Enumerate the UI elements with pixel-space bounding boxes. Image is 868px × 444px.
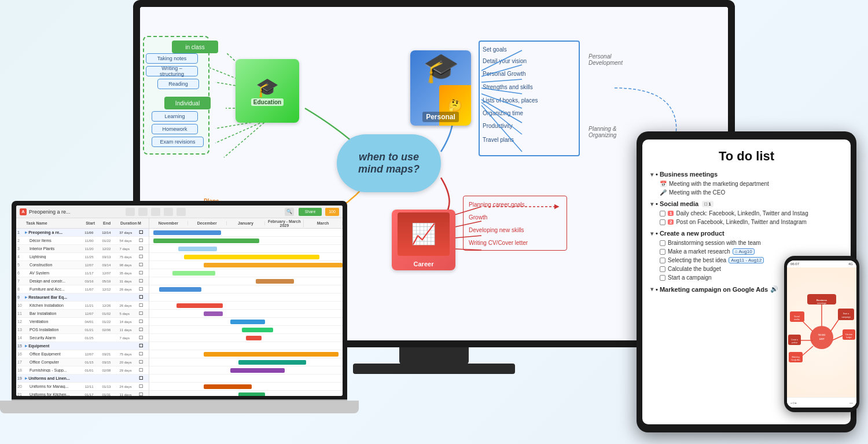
todo-post-text: Post on Facebook, LinkedIn, Twitter and …: [676, 219, 807, 225]
phone-toolbar: − ○ + ⋯: [787, 397, 856, 408]
todo-section-social: ▾ • Social media □ 1 1 Daily check: Face…: [650, 200, 843, 226]
gantt-app: A Preopening a re... 🔍 Share 100: [16, 206, 343, 396]
num-badge-2: 2: [668, 219, 674, 225]
checkbox-campaign[interactable]: [660, 275, 665, 281]
phone-zoom-in[interactable]: +: [795, 401, 797, 405]
bar-row-12: [149, 318, 343, 326]
gantt-row-13: 13 POS Installation 01/2102/06 11 days☐: [16, 326, 149, 334]
todo-item-research: Make a market research ⌂ Aug10: [650, 247, 843, 256]
bar-row-17: [149, 358, 343, 366]
personal-items-box: [479, 41, 580, 156]
social-badge: □ 1: [702, 201, 713, 207]
todo-section-business-label: • Business meetings: [656, 171, 718, 178]
gantt-search-icon[interactable]: 🔍: [285, 208, 294, 216]
mindmap-inclass-box: in class: [172, 41, 218, 53]
phone-content: TO DO LIST Business m: [787, 267, 856, 408]
mindmap-writing-box: Writing – structuring: [146, 66, 198, 76]
gantt-btn-3[interactable]: [151, 208, 160, 216]
todo-arrow-1: ▾: [650, 171, 653, 178]
laptop-screen: A Preopening a re... 🔍 Share 100: [16, 206, 343, 396]
todo-budget-text: Calculate the budget: [668, 266, 721, 272]
todo-meeting2-text: Meeting with the CEO: [669, 189, 725, 196]
todo-arrow-2: ▾: [650, 201, 653, 207]
gantt-header: Task Name Start End Duration M: [16, 218, 149, 229]
gantt-right-panel: November December January February - Mar…: [149, 218, 343, 396]
checkbox-budget[interactable]: [660, 266, 665, 272]
gantt-row-8: 8 Furniture and Acc... 11/0712/12 26 day…: [16, 285, 149, 293]
laptop-base: [0, 401, 359, 413]
gantt-row-16: 16 Office Equipment 12/0703/21 75 days☐: [16, 350, 149, 358]
todo-section-google-label: • Marketing campaign on Google Ads: [656, 286, 768, 293]
svg-text:LIST: LIST: [819, 337, 825, 340]
todo-item-post: 2 Post on Facebook, LinkedIn, Twitter an…: [650, 218, 843, 226]
mindmap-homework-box: Homework: [152, 124, 198, 134]
checkbox-daily[interactable]: [660, 211, 665, 217]
phone-signal: 4G: [848, 262, 853, 266]
gantt-app-icon: A: [20, 208, 27, 215]
todo-meeting1-text: Meeting with the marketing department: [669, 181, 769, 187]
gantt-bars-area: [149, 229, 343, 396]
svg-text:Calculate: Calculate: [845, 333, 853, 336]
svg-text:product: product: [792, 342, 797, 344]
bar-row-1: [149, 229, 343, 237]
checkbox-research[interactable]: [660, 249, 665, 255]
tablet-title: To do list: [650, 149, 843, 164]
gantt-row-6: 6 AV System 11/1712/07 35 days☐: [16, 269, 149, 277]
num-badge-1: 1: [668, 211, 674, 216]
mindmap-individual-box: Individual: [164, 97, 211, 109]
gantt-user-count: 100: [325, 208, 339, 216]
todo-section-business: ▾ • Business meetings 📅 Meeting with the…: [650, 171, 843, 197]
svg-text:Marketing: Marketing: [792, 356, 800, 358]
checkbox-bestidea[interactable]: [660, 258, 665, 263]
svg-line-5: [215, 120, 267, 143]
bar-row-14: [149, 334, 343, 342]
bar-row-9: [149, 293, 343, 302]
phone-mindmap-preview: TO DO LIST Business m: [787, 267, 856, 408]
laptop-screen-frame: A Preopening a re... 🔍 Share 100: [12, 201, 347, 401]
gantt-row-19: 19 ▸Uniforms and Linen... ☐: [16, 375, 149, 383]
phone-more-icon[interactable]: ⋯: [849, 401, 853, 405]
bar-row-20: [149, 383, 343, 391]
gantt-row-18: 18 Furnishings - Supp... 01/0102/08 29 d…: [16, 366, 149, 375]
gantt-row-7: 7 Design and constr... 03/1605/19 31 day…: [16, 277, 149, 285]
mindmap-career-node: 📈 Career: [392, 210, 455, 270]
checkbox-post[interactable]: [660, 219, 665, 225]
mic-icon: 🎤: [660, 189, 667, 196]
todo-section-social-label: • Social media: [656, 200, 698, 207]
svg-text:campaign: campaign: [841, 316, 850, 318]
month-dec: December: [188, 221, 227, 225]
bar-row-21: [149, 391, 343, 396]
todo-bestidea-text: Selecting the best idea: [668, 257, 726, 263]
personal-label: Personal: [422, 112, 459, 122]
svg-text:Social: Social: [794, 315, 800, 318]
mindmap-takingnotes-box: Taking notes: [146, 53, 198, 64]
checkbox-brainstorm[interactable]: [660, 240, 665, 246]
todo-arrow-3: ▾: [650, 230, 653, 237]
phone-screen: 06:07 4G TO DO LIST: [787, 260, 856, 408]
share-button[interactable]: Share: [299, 208, 322, 216]
mindmap-reading-box: Reading: [157, 79, 199, 89]
planning-org-label: Planning &Organizing: [589, 126, 616, 138]
phone-time: 06:07: [790, 262, 799, 266]
bar-row-10: [149, 302, 343, 310]
gantt-months-header: November December January February - Mar…: [149, 218, 343, 229]
svg-line-27: [801, 320, 813, 332]
calendar-icon: 📅: [660, 181, 667, 187]
gantt-row-9: 9 ▸Restaurant Bar Eq... ☐: [16, 293, 149, 302]
todo-section-product-label: • Create a new product: [656, 230, 724, 237]
bar-row-5: [149, 261, 343, 269]
todo-research-text: Make a market research: [668, 248, 730, 255]
bar-row-13: [149, 326, 343, 334]
svg-text:media: media: [794, 318, 800, 321]
phone-mindmap-svg: TO DO LIST Business m: [787, 267, 856, 408]
svg-text:Start a: Start a: [843, 313, 849, 315]
todo-item-meeting1: 📅 Meeting with the marketing department: [650, 179, 843, 188]
gantt-btn-5[interactable]: [176, 208, 186, 216]
mindmap-learning-box: Learning: [152, 111, 198, 122]
gantt-btn-1[interactable]: [126, 208, 135, 216]
svg-text:TO DO: TO DO: [818, 333, 826, 336]
gantt-btn-2[interactable]: [138, 208, 148, 216]
gantt-btn-4[interactable]: [164, 208, 173, 216]
bar-row-6: [149, 269, 343, 277]
bar-row-8: [149, 285, 343, 293]
